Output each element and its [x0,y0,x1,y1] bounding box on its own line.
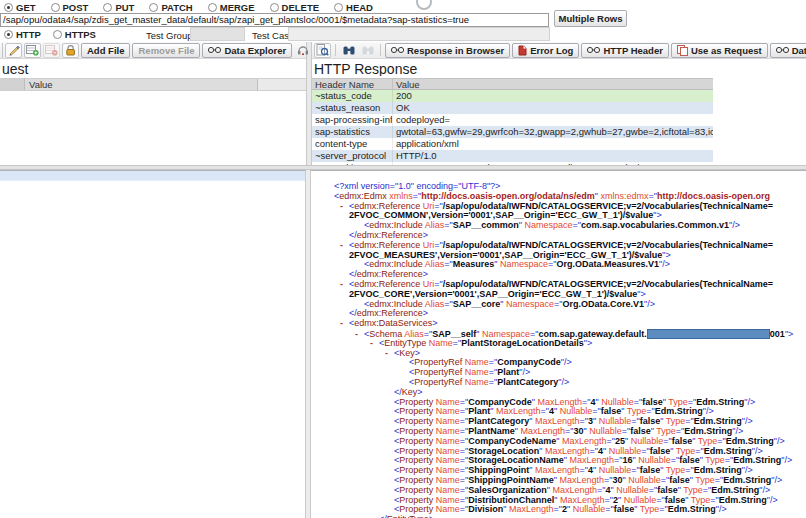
collapse-marker[interactable]: - [385,349,394,359]
xml-token: =" [453,339,461,348]
http-header-button[interactable]: HTTP Header [581,43,668,58]
header-value-cell: OK [393,102,713,114]
toolbar-separator [380,44,381,56]
delete-row-icon[interactable] [43,43,60,58]
collapse-marker[interactable]: - [370,339,379,349]
binoculars-icon[interactable] [340,43,357,58]
request-table-value-column: Value [25,79,258,90]
xml-token: =" [460,466,468,475]
xml-token: =" [460,486,468,495]
xml-token: StorageLocationName [468,456,564,465]
xml-token: =" [590,447,598,456]
response-header-row[interactable]: ~status_code200 [312,90,713,102]
collapse-marker[interactable]: - [340,241,349,251]
xml-token: Org.OData.Measures.V1 [556,260,659,269]
xml-token: Measures [453,260,495,269]
clipped-toolbar-button[interactable] [2,43,3,58]
xml-token: 001 [770,329,785,339]
xml-token: Alias [423,221,445,230]
xml-token: =" [634,398,642,407]
xml-line: <Property Name="Plant" MaxLength="4" Nul… [325,407,806,417]
method-radio-put[interactable]: PUT [103,2,134,13]
response-header-row[interactable]: content-typeapplication/xml [312,138,713,150]
xml-token: Property [399,427,433,436]
response-header-row[interactable]: ~status_reasonOK [312,102,713,114]
collapse-marker[interactable]: - [340,280,349,290]
xml-token: MaxLength [496,407,541,416]
xml-token: edmx:Include [369,260,423,269]
binoculars-disabled-icon[interactable] [359,43,376,58]
edit-pencil-icon[interactable] [5,43,22,58]
header-value-cell: codeployed= [393,114,713,126]
protocol-radio-http[interactable]: HTTP [4,29,41,40]
error-log-button[interactable]: Error Log [512,43,579,58]
request-data-explorer-button[interactable]: Data Explorer [202,43,292,58]
xml-token: xmlns [387,192,413,201]
request-table-stub-column [0,79,25,90]
xml-line: -<edmx:DataServices> [325,319,806,329]
xml-token: Schema [369,329,402,339]
xml-token: Edm.String [733,456,781,465]
remove-file-button[interactable]: Remove File [132,43,200,58]
response-header-row[interactable]: sap-processing-infocodeployed= [312,114,713,126]
header-name-cell: ~status_code [312,90,393,102]
collapse-marker[interactable]: - [340,202,349,212]
protocol-radio-https[interactable]: HTTPS [53,29,96,40]
xml-line: <?xml version="1.0" encoding="UTF-8"?> [325,182,806,192]
xml-token: Property [399,398,433,407]
response-data-explorer-button[interactable]: Data Explorer [770,43,806,58]
response-header-row[interactable]: ~server_protocolHTTP/1.0 [312,150,713,162]
response-body-xml-view[interactable]: <?xml version="1.0" encoding="UTF-8"?><e… [310,170,806,518]
xml-token: Edm.String [694,466,742,475]
xml-token: Property [399,496,433,505]
insert-row-icon[interactable] [24,43,41,58]
test-group-label: Test Group [146,30,192,41]
xml-token: =" [715,476,723,485]
method-radio-head[interactable]: HEAD [334,2,373,13]
xml-line: </edmx:Reference> [325,270,806,280]
xml-token: =" [656,496,664,505]
method-radio-get[interactable]: GET [4,2,36,13]
response-in-browser-button[interactable]: Response in Browser [385,43,510,58]
collapse-marker[interactable]: - [355,330,364,339]
padlock-icon[interactable] [62,43,79,58]
request-uri-input[interactable]: /sap/opu/odata4/sap/zdis_get_master_data… [0,13,549,27]
response-toolbar: Response in Browser Error Log HTTP Heade… [312,42,806,59]
find-in-page-icon[interactable] [314,43,331,58]
multiple-rows-button[interactable]: Multiple Rows [554,10,627,27]
xml-token: false [672,437,693,446]
xml-token: "/> [752,447,763,456]
xml-line: -<edmx:Reference Uri="/sap/opu/odata/IWF… [325,202,806,212]
method-radio-post[interactable]: POST [51,2,89,13]
xml-token: edmx:Reference [354,280,420,289]
xml-token: edmx:Include [369,221,423,230]
xml-token: CompanyCode [468,398,532,407]
method-radio-delete[interactable]: DELETE [270,2,319,13]
xml-token: Edm.String [668,505,716,514]
method-radio-merge[interactable]: MERGE [208,2,255,13]
use-as-request-button[interactable]: Use as Request [671,43,768,58]
headset-icon[interactable] [294,43,311,58]
radio-icon [103,3,112,12]
collapse-marker[interactable]: - [340,319,349,329]
response-header-row[interactable]: sap-statisticsgwtotal=63,gwfw=29,gwrfcoh… [312,126,713,138]
xml-token: =" [424,329,432,339]
xml-line: <Property Name="CompanyCode" MaxLength="… [325,398,806,408]
test-case-input[interactable] [288,27,550,41]
xml-token: "/> [558,378,569,387]
xml-token: "/> [744,398,755,407]
request-table-header: Value [0,78,306,91]
xml-token: false [614,505,635,514]
xml-line: </edmx:Reference> [325,231,806,241]
middle-panes: Add File Remove File Data Explorer uest … [0,42,806,165]
method-radio-patch[interactable]: PATCH [149,2,192,13]
xml-line: <Property Name="CompanyCodeName" MaxLeng… [325,437,806,447]
add-file-button[interactable]: Add File [81,43,130,58]
radio-icon [53,30,62,39]
xml-token: =" [659,505,667,514]
test-group-input[interactable] [190,27,245,41]
xml-token: Key [402,388,418,397]
xml-token: edmx:DataServices [354,319,432,328]
xml-token: MaxLength [535,466,580,475]
xml-token: Edm.String [726,437,774,446]
